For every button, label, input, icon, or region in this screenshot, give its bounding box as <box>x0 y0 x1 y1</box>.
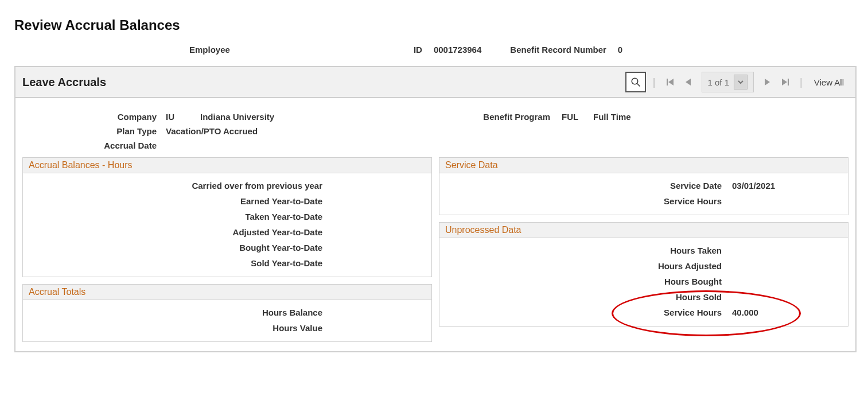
carried-over-label: Carried over from previous year <box>29 181 333 191</box>
view-all-link[interactable]: View All <box>809 77 848 87</box>
service-date-value: 03/01/2021 <box>732 181 801 191</box>
accrual-date-label: Accrual Date <box>22 141 166 150</box>
unprocessed-data-group: Unprocessed Data Hours Taken Hours Adjus… <box>439 222 848 327</box>
earned-ytd-label: Earned Year-to-Date <box>29 196 333 206</box>
service-data-group: Service Data Service Date03/01/2021 Serv… <box>439 157 848 215</box>
benefit-program-code: FUL <box>562 112 593 122</box>
last-page-button[interactable] <box>778 75 793 90</box>
page-dropdown[interactable] <box>734 75 748 90</box>
prev-icon <box>685 79 692 86</box>
svg-marker-3 <box>668 79 674 86</box>
plan-type-label: Plan Type <box>22 126 166 136</box>
next-page-button[interactable] <box>760 75 774 90</box>
accrual-totals-group: Accrual Totals Hours Balance Hours Value <box>22 284 432 342</box>
accrual-balances-group: Accrual Balances - Hours Carried over fr… <box>22 157 432 277</box>
svg-marker-4 <box>686 79 691 86</box>
page-indicator[interactable]: 1 of 1 <box>702 72 754 92</box>
svg-marker-6 <box>782 79 787 86</box>
hours-taken-label: Hours Taken <box>445 246 732 255</box>
unprocessed-service-hours-value: 40.000 <box>732 308 801 317</box>
separator: | <box>649 76 659 88</box>
plan-type-value: Vacation/PTO Accrued <box>166 126 258 136</box>
summary-block: Company IU Indiana University Benefit Pr… <box>22 110 848 153</box>
svg-line-1 <box>637 83 640 86</box>
employee-header-row: Employee ID 0001723964 Benefit Record Nu… <box>14 45 857 55</box>
service-hours-label: Service Hours <box>445 196 732 206</box>
search-icon <box>630 77 641 87</box>
benefit-program-label: Benefit Program <box>470 112 562 122</box>
page-title: Review Accrual Balances <box>14 17 857 33</box>
svg-rect-2 <box>667 79 668 86</box>
svg-rect-7 <box>788 79 789 86</box>
panel-header: Leave Accruals | 1 of 1 | View All <box>15 67 855 98</box>
id-value: 0001723964 <box>434 45 481 55</box>
company-name: Indiana University <box>200 112 470 122</box>
next-icon <box>764 79 770 86</box>
search-button[interactable] <box>625 72 646 92</box>
chevron-down-icon <box>737 79 744 86</box>
hours-adjusted-label: Hours Adjusted <box>445 261 732 271</box>
svg-marker-5 <box>765 79 770 86</box>
prev-page-button[interactable] <box>681 75 696 90</box>
hours-bought-label: Hours Bought <box>445 277 732 286</box>
benefit-program-name: Full Time <box>593 112 631 122</box>
benefit-record-number-value: 0 <box>618 45 622 55</box>
hours-value-label: Hours Value <box>29 323 333 333</box>
company-code: IU <box>166 112 200 122</box>
service-data-title: Service Data <box>439 158 848 173</box>
employee-label: Employee <box>189 45 230 55</box>
sold-ytd-label: Sold Year-to-Date <box>29 258 333 268</box>
page-indicator-text: 1 of 1 <box>708 77 730 87</box>
first-page-button[interactable] <box>663 75 678 90</box>
leave-accruals-panel: Leave Accruals | 1 of 1 | View All <box>14 66 857 352</box>
separator: | <box>796 76 806 88</box>
svg-point-0 <box>632 78 638 84</box>
unprocessed-data-title: Unprocessed Data <box>439 223 848 238</box>
company-label: Company <box>22 112 166 122</box>
panel-body: Company IU Indiana University Benefit Pr… <box>15 98 855 351</box>
id-label: ID <box>414 45 422 55</box>
taken-ytd-label: Taken Year-to-Date <box>29 212 333 222</box>
benefit-record-number-label: Benefit Record Number <box>510 45 606 55</box>
adjusted-ytd-label: Adjusted Year-to-Date <box>29 227 333 237</box>
bought-ytd-label: Bought Year-to-Date <box>29 243 333 252</box>
unprocessed-service-hours-label: Service Hours <box>445 308 732 317</box>
hours-sold-label: Hours Sold <box>445 292 732 302</box>
panel-title: Leave Accruals <box>22 76 622 89</box>
hours-balance-label: Hours Balance <box>29 308 333 317</box>
last-icon <box>782 79 789 86</box>
first-icon <box>667 79 674 86</box>
accrual-balances-title: Accrual Balances - Hours <box>23 158 431 173</box>
accrual-totals-title: Accrual Totals <box>23 285 431 300</box>
service-date-label: Service Date <box>445 181 732 191</box>
